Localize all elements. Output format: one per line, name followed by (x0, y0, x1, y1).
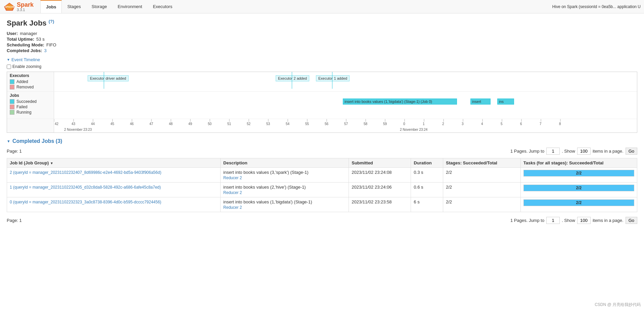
tab-executors[interactable]: Executors (147, 0, 178, 13)
axis-content: 42 43 44 45 46 47 48 49 (54, 119, 637, 132)
zoom-checkbox[interactable] (7, 65, 11, 69)
uptime-label: Total Uptime: (7, 37, 34, 42)
uptime-row: Total Uptime: 53 s (7, 37, 637, 42)
progress-bar: 2/2 (523, 170, 634, 177)
tasks-cell: 2/2 (520, 168, 637, 183)
axis-row: 42 43 44 45 46 47 48 49 (7, 119, 637, 132)
table-header: Job Id (Job Group) ▼ Description Submitt… (7, 158, 637, 168)
svg-text:45: 45 (110, 122, 114, 126)
help-mark[interactable]: (?) (49, 19, 54, 24)
session-info: Hive on Spark (sessionId = 0ea5b... appl… (552, 4, 641, 9)
sort-arrow-job-id[interactable]: ▼ (50, 161, 53, 165)
description-main: insert into books values (1,'bigdata') (… (223, 199, 312, 204)
description-main: insert into books values (3,'spark') (St… (223, 170, 309, 175)
info-table: User: manager Total Uptime: 53 s Schedul… (7, 31, 637, 53)
svg-text:53: 53 (266, 122, 270, 126)
stages-cell: 2/2 (443, 168, 521, 183)
show-input-bottom[interactable] (577, 217, 591, 224)
header-row: Job Id (Job Group) ▼ Description Submitt… (7, 158, 637, 168)
svg-text:2 November 23:23: 2 November 23:23 (64, 128, 92, 131)
svg-text:49: 49 (188, 122, 192, 126)
table-row: 2 (queryId = manager_20231102232407_8d69… (7, 168, 637, 183)
svg-text:APACHE: APACHE (5, 6, 15, 8)
jump-input-bottom[interactable] (546, 217, 560, 224)
nav-tabs: Jobs Stages Storage Environment Executor… (40, 0, 178, 13)
jump-input-top[interactable] (546, 148, 560, 155)
event-timeline-toggle[interactable]: Event Timeline (7, 57, 637, 62)
reducer-link[interactable]: Reducer 2 (223, 205, 346, 210)
spark-icon: APACHE (3, 2, 15, 11)
pagination-right-bottom: 1 Pages. Jump to . Show items in a page.… (510, 217, 637, 224)
col-description: Description (221, 158, 349, 168)
scheduling-row: Scheduling Mode: FIFO (7, 42, 637, 47)
svg-text:2 November 23:24: 2 November 23:24 (400, 128, 428, 131)
version: 3.3.1 (17, 8, 34, 12)
completed-jobs-label: Completed Jobs: (7, 48, 42, 53)
svg-text:43: 43 (72, 122, 76, 126)
page-value-bottom: 1 (19, 218, 22, 223)
reducer-link[interactable]: Reducer 2 (223, 176, 346, 180)
legend-running-label: Running (16, 110, 32, 115)
jobs-legend-row: Jobs Succeeded Failed Running (7, 92, 637, 119)
page-label-top: Page: (7, 149, 18, 154)
go-button-top[interactable]: Go (626, 148, 637, 155)
user-value: manager (20, 31, 37, 36)
axis-label-col (7, 119, 54, 132)
stages-cell: 2/2 (443, 197, 521, 212)
main-content: Spark Jobs (?) User: manager Total Uptim… (0, 13, 644, 233)
job-id-link[interactable]: 1 (queryId = manager_20231102232405_d32c… (10, 185, 161, 190)
legend-added: Added (10, 79, 51, 84)
user-label: User: (7, 31, 18, 36)
jobs-section-label: Jobs (10, 93, 51, 98)
submitted-cell: 2023/11/02 23:24:08 (349, 168, 411, 183)
svg-text:51: 51 (227, 122, 231, 126)
items-label-bottom: items in a page. (593, 218, 624, 223)
show-label-bottom: . Show (562, 218, 575, 223)
svg-text:46: 46 (130, 122, 134, 126)
tab-storage[interactable]: Storage (86, 0, 112, 13)
job-id-link[interactable]: 2 (queryId = manager_20231102232407_8d69… (10, 170, 161, 175)
tab-jobs[interactable]: Jobs (40, 0, 62, 13)
tasks-cell: 2/2 (520, 183, 637, 197)
executor-label-col: Executors Added Removed (7, 72, 54, 91)
completed-jobs-link[interactable]: 3 (44, 48, 46, 53)
pagination-right-top: 1 Pages. Jump to . Show items in a page.… (510, 148, 637, 155)
reducer-link[interactable]: Reducer 2 (223, 190, 346, 195)
col-tasks: Tasks (for all stages): Succeeded/Total (520, 158, 637, 168)
progress-bar-text: 2/2 (576, 186, 582, 190)
navbar: APACHE Spark 3.3.1 Jobs Stages Storage E… (0, 0, 644, 13)
svg-text:8: 8 (559, 122, 561, 126)
go-button-bottom[interactable]: Go (626, 217, 637, 224)
stages-cell: 2/2 (443, 183, 521, 197)
svg-text:3: 3 (462, 122, 464, 126)
svg-text:6: 6 (520, 122, 522, 126)
jobs-content: insert into books values (1,'bigdata') (… (54, 92, 637, 119)
job-id-link[interactable]: 0 (queryId = manager_20231102232323_3a0c… (10, 200, 161, 204)
duration-cell: 0.3 s (411, 168, 443, 183)
show-input-top[interactable] (577, 148, 591, 155)
progress-bar: 2/2 (523, 199, 634, 206)
job-id-cell: 2 (queryId = manager_20231102232407_8d69… (7, 168, 221, 183)
page-value-top: 1 (19, 149, 22, 154)
jobs-tbody: 2 (queryId = manager_20231102232407_8d69… (7, 168, 637, 212)
svg-text:50: 50 (208, 122, 212, 126)
job-bar-0: insert into books values (1,'bigdata') (… (343, 99, 457, 105)
user-row: User: manager (7, 31, 637, 36)
added-color-swatch (10, 79, 14, 84)
legend-succeeded: Succeeded (10, 99, 51, 104)
description-cell: insert into books values (2,'hive') (Sta… (221, 183, 349, 197)
legend-added-label: Added (16, 79, 28, 84)
svg-text:56: 56 (325, 122, 329, 126)
job-bar-2: ins (497, 99, 514, 105)
tab-environment[interactable]: Environment (112, 0, 147, 13)
svg-text:1: 1 (423, 122, 425, 126)
pagination-top: Page: 1 1 Pages. Jump to . Show items in… (7, 148, 637, 155)
page-title: Spark Jobs (7, 19, 47, 27)
svg-text:54: 54 (286, 122, 290, 126)
job-bar-1: insert (470, 99, 491, 105)
duration-cell: 6 s (411, 197, 443, 212)
exec2-vline (292, 72, 292, 89)
scheduling-label: Scheduling Mode: (7, 42, 44, 47)
tab-stages[interactable]: Stages (62, 0, 86, 13)
spark-brand: Spark 3.3.1 (17, 2, 34, 12)
